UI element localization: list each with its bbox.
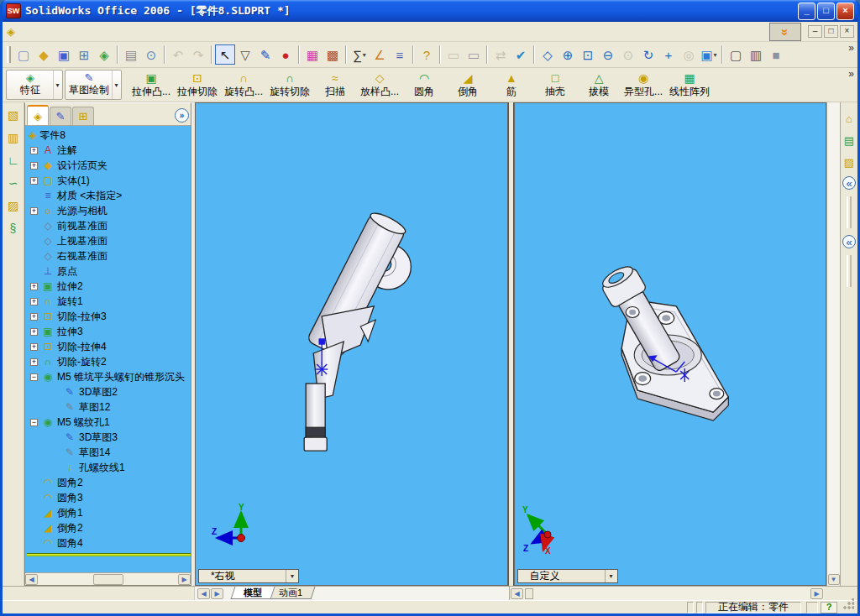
open-button[interactable]: ◆ [34, 44, 54, 65]
scrollbar-track[interactable] [827, 102, 840, 573]
design-library-icon[interactable]: ▤ [842, 133, 857, 148]
tree-item[interactable]: ⊥ 原点 [27, 264, 191, 279]
make-assembly-button[interactable]: ◈ [94, 44, 114, 65]
expand-toggle-icon[interactable]: + [30, 298, 38, 305]
expand-toggle-icon[interactable]: + [30, 328, 38, 336]
menu-item[interactable] [34, 30, 47, 34]
tab-scroll-right-arrow[interactable]: ▶ [211, 588, 223, 599]
scrollbar-thumb[interactable] [93, 574, 123, 585]
menu-item[interactable] [87, 30, 101, 34]
select-button[interactable]: ↖ [215, 44, 235, 65]
grip[interactable] [847, 255, 852, 287]
tree-item[interactable]: + ▣ 拉伸2 [27, 279, 191, 294]
tree-item[interactable]: + ▣ 拉伸3 [27, 324, 191, 339]
tree-item[interactable]: + ☼ 光源与相机 [27, 203, 191, 218]
vertical-scrollbar[interactable]: ▼ [826, 102, 840, 586]
measure-button[interactable]: ∠ [370, 44, 390, 65]
tree-item[interactable]: ≡ 材质 <未指定> [27, 188, 191, 203]
sweep-button[interactable]: ≈ 扫描 [313, 69, 357, 100]
collapse-chevron-button[interactable]: « [842, 176, 856, 190]
combo-dropdown-arrow[interactable]: ▾ [605, 570, 617, 582]
tree-item[interactable]: + ⊡ 切除-拉伸3 [27, 309, 191, 324]
standard-toolbar-overflow-button[interactable]: » [848, 42, 854, 54]
quick-tips-help-button[interactable]: ? [821, 602, 837, 613]
tree-item[interactable]: + ⊡ 切除-拉伸4 [27, 339, 191, 354]
edrawings-button[interactable]: ▭ [443, 44, 464, 65]
tree-item[interactable]: ✎ 3D草图3 [27, 430, 191, 445]
view-orientation-combo[interactable]: 自定义 ▾ [517, 569, 618, 583]
options-button[interactable]: ≡ [390, 44, 410, 65]
menu-item[interactable] [114, 30, 128, 34]
menu-item[interactable] [101, 30, 114, 34]
menu-item[interactable] [141, 30, 155, 34]
scroll-down-arrow[interactable]: ▼ [828, 574, 840, 585]
document-tab[interactable]: 模型 [231, 587, 275, 599]
configuration-manager-tab[interactable]: ⊞ [72, 107, 94, 125]
make-drawing-button[interactable]: ⊞ [74, 44, 94, 65]
zoom-in-out-button[interactable]: ⊖ [598, 44, 618, 65]
expand-toggle-icon[interactable]: + [30, 283, 38, 290]
mdi-close-button[interactable]: × [840, 25, 854, 38]
menu-item[interactable] [20, 30, 34, 34]
equations-button[interactable]: ∑▾ [349, 44, 370, 65]
zoom-fit-button[interactable]: ⊕ [558, 44, 578, 65]
print-button[interactable]: ▤ [121, 44, 141, 65]
scroll-left-arrow[interactable]: ◀ [25, 574, 38, 585]
curve-xyz-icon[interactable]: ▨ [5, 198, 22, 213]
feature-manager-tab[interactable]: ◈ [27, 105, 49, 125]
solidworks-resources-icon[interactable]: ⌂ [842, 111, 857, 126]
split-line-icon[interactable]: ▥ [5, 130, 22, 145]
print-preview-button[interactable]: ⊙ [141, 44, 161, 65]
expand-toggle-icon[interactable]: + [30, 343, 38, 351]
revolve-cut-button[interactable]: ∩ 旋转切除 [266, 69, 313, 100]
close-button[interactable]: × [836, 3, 854, 20]
tree-item[interactable]: ↓ 孔螺纹线1 [27, 460, 191, 475]
zoom-area-button[interactable]: ⊡ [578, 44, 598, 65]
tree-item[interactable]: ◠ 圆角3 [27, 490, 191, 505]
zoom-selection-button[interactable]: ⊙ [618, 44, 638, 65]
features-toolbar-overflow-button[interactable]: » [848, 68, 854, 80]
save-button[interactable]: ▣ [54, 44, 74, 65]
view-orientation-combo[interactable]: *右视 ▾ [198, 569, 299, 583]
expand-toggle-icon[interactable]: + [30, 147, 38, 154]
edit-color-button[interactable]: ▦ [302, 44, 322, 65]
collapse-chevron-button-2[interactable]: « [842, 235, 856, 248]
panel-expand-chevron-button[interactable]: » [175, 108, 189, 123]
helix-spiral-icon[interactable]: § [5, 221, 22, 236]
view-orientation-button[interactable]: ◇ [538, 44, 558, 65]
tree-item[interactable]: ✎ 草图12 [27, 399, 191, 415]
pan-button[interactable]: + [658, 44, 679, 65]
scrollbar-thumb[interactable] [525, 588, 533, 599]
horizontal-scrollbar[interactable]: ◀ ▶ [510, 587, 824, 600]
property-manager-tab[interactable]: ✎ [50, 107, 71, 125]
shell-button[interactable]: □ 抽壳 [533, 69, 577, 100]
sketch-group-button[interactable]: ✎ 草图绘制 ▾ [65, 70, 122, 100]
rollback-bar[interactable] [27, 553, 191, 556]
tree-item[interactable]: − ◉ M5 螺纹孔1 [27, 415, 191, 430]
3d-instant-website-button[interactable]: ▭ [464, 44, 484, 65]
expand-toggle-icon[interactable]: + [30, 207, 38, 215]
display-style-button[interactable]: ▣▾ [699, 44, 719, 65]
hole-wizard-button[interactable]: ◉ 异型孔... [621, 69, 666, 100]
file-explorer-icon[interactable]: ▨ [842, 154, 857, 170]
help-button[interactable]: ? [417, 44, 437, 65]
tree-item[interactable]: + A 注解 [27, 143, 191, 158]
tree-item[interactable]: + ∩ 旋转1 [27, 294, 191, 309]
sketch-button[interactable]: ✎ [255, 44, 275, 65]
menu-item[interactable] [47, 30, 60, 34]
linear-pattern-button[interactable]: ▦ 线性阵列 [666, 69, 713, 100]
tree-item[interactable]: ✎ 3D草图2 [27, 384, 191, 399]
chamfer-button[interactable]: ◢ 倒角 [446, 69, 490, 100]
undo-button[interactable]: ↶ [168, 44, 188, 65]
toolbars-chevron-button[interactable]: » [769, 23, 801, 41]
loft-button[interactable]: ◇ 放样凸... [357, 69, 402, 100]
revolve-boss-button[interactable]: ∩ 旋转凸... [221, 69, 266, 100]
scroll-left-arrow[interactable]: ◀ [511, 588, 523, 599]
curve-through-points-icon[interactable]: ∽ [5, 175, 22, 191]
expand-toggle-icon[interactable]: + [30, 358, 38, 366]
tree-root-item[interactable]: ◈ 零件8 [27, 128, 191, 143]
tree-item[interactable]: + ∩ 切除-旋转2 [27, 354, 191, 369]
tree-item[interactable]: + ▢ 实体(1) [27, 173, 191, 188]
expand-toggle-icon[interactable]: − [30, 373, 38, 381]
tree-item[interactable]: − ◉ M5 锥坑平头螺钉的锥形沉头 [27, 369, 191, 384]
